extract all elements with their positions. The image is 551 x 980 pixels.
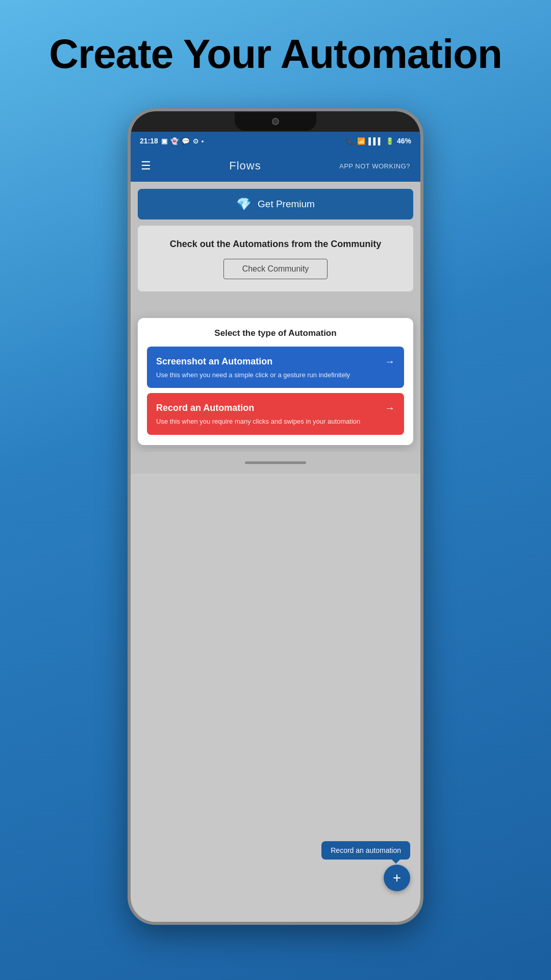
check-community-button[interactable]: Check Community: [223, 259, 328, 279]
status-battery-level: 46%: [397, 137, 411, 145]
status-right: 📞 📶 ▌▌▌ 🔋 46%: [346, 137, 411, 145]
phone-bottom-bar: [131, 452, 420, 474]
record-btn-top-row: Record an Automation →: [156, 402, 395, 414]
community-title: Check out the Automations from the Commu…: [170, 238, 381, 251]
modal-title: Select the type of Automation: [147, 328, 404, 338]
record-automation-description: Use this when you require many clicks an…: [156, 417, 395, 426]
phone-frame: 21:18 ▣ 👻 💬 ⊙ • 📞 📶 ▌▌▌ 🔋 46% ☰ Flows AP…: [128, 108, 423, 925]
page-title: Create Your Automation: [49, 31, 502, 78]
status-chat-icon: 💬: [182, 137, 190, 145]
phone-camera: [272, 118, 279, 125]
screenshot-arrow-icon: →: [385, 356, 395, 368]
fab-button[interactable]: +: [384, 865, 410, 891]
app-not-working-link[interactable]: APP NOT WORKING?: [339, 162, 410, 170]
status-wifi-icon: 📶: [357, 137, 365, 145]
status-insta-icon: ⊙: [193, 137, 198, 145]
record-arrow-icon: →: [385, 402, 395, 414]
status-dot: •: [202, 137, 204, 145]
record-automation-title: Record an Automation: [156, 403, 254, 413]
status-left: 21:18 ▣ 👻 💬 ⊙ •: [140, 137, 204, 145]
app-bar-title: Flows: [229, 159, 261, 173]
screenshot-automation-title: Screenshot an Automation: [156, 356, 272, 367]
community-card: Check out the Automations from the Commu…: [138, 226, 413, 291]
screenshot-automation-description: Use this when you need a simple click or…: [156, 371, 395, 380]
status-time: 21:18: [140, 137, 158, 145]
automation-type-modal: Select the type of Automation Screenshot…: [138, 318, 413, 445]
hamburger-icon[interactable]: ☰: [141, 159, 151, 173]
phone-content: 💎 Get Premium Check out the Automations …: [131, 182, 420, 452]
premium-banner[interactable]: 💎 Get Premium: [138, 189, 413, 219]
app-bar: ☰ Flows APP NOT WORKING?: [131, 150, 420, 182]
fab-area: Record an automation +: [321, 841, 410, 891]
diamond-icon: 💎: [236, 197, 252, 211]
fab-tooltip: Record an automation: [321, 841, 410, 860]
phone-notch-bar: [131, 111, 420, 132]
status-call-icon: 📞: [346, 137, 354, 145]
status-signal-icon: ▌▌▌: [368, 137, 383, 145]
status-battery-icon: 🔋: [386, 137, 394, 145]
screenshot-btn-top-row: Screenshot an Automation →: [156, 356, 395, 368]
screenshot-automation-option[interactable]: Screenshot an Automation → Use this when…: [147, 347, 404, 388]
phone-home-indicator: [245, 461, 306, 464]
premium-text: Get Premium: [258, 199, 315, 210]
status-ghost-icon: 👻: [170, 137, 179, 145]
status-camera-icon: ▣: [161, 137, 167, 145]
status-bar: 21:18 ▣ 👻 💬 ⊙ • 📞 📶 ▌▌▌ 🔋 46%: [131, 132, 420, 150]
phone-notch: [235, 112, 316, 131]
record-automation-option[interactable]: Record an Automation → Use this when you…: [147, 393, 404, 434]
